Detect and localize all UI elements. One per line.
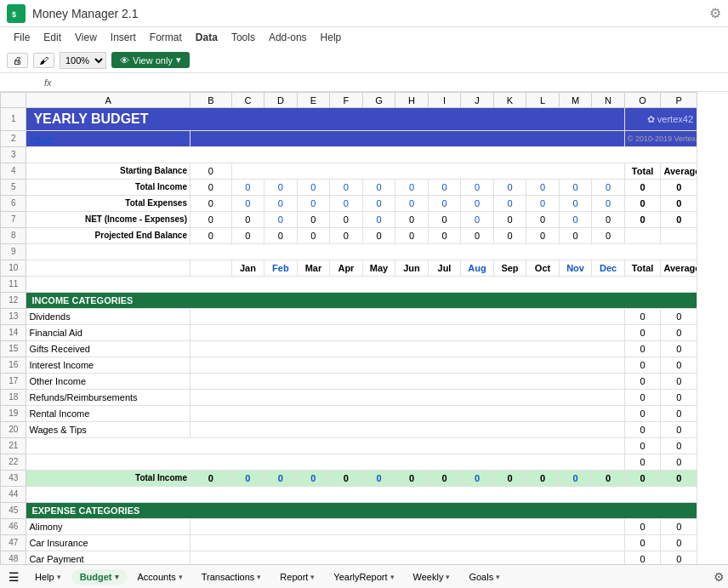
- toolbar: 🖨 🖌 100% 👁 View only ▾: [0, 48, 728, 73]
- chevron-down-icon: ▾: [176, 54, 181, 66]
- total-income-label: Total Income: [26, 471, 191, 487]
- starting-balance-label: Starting Balance: [26, 163, 191, 180]
- tab-yearlyreport-arrow: ▾: [390, 573, 395, 581]
- income-row-interest: 16 Interest Income 0 0: [1, 357, 697, 374]
- tab-help-arrow: ▾: [57, 573, 61, 581]
- tab-budget-arrow: ▾: [115, 573, 119, 581]
- tab-report-label: Report: [280, 572, 308, 582]
- help-row: 2 HELP © 2010-2019 Vertex42 LLC: [1, 131, 697, 147]
- row-21: 21 0 0: [1, 438, 697, 454]
- menu-format[interactable]: Format: [143, 30, 189, 45]
- row-44: 44: [1, 487, 697, 503]
- yearly-budget-row: 1 YEARLY BUDGET ✿ vertex42: [1, 108, 697, 131]
- yearly-budget-title: YEARLY BUDGET: [26, 108, 624, 131]
- income-row-rental: 19 Rental Income 0 0: [1, 406, 697, 422]
- menu-file[interactable]: File: [7, 30, 37, 45]
- tab-goals[interactable]: Goals ▾: [460, 569, 509, 585]
- expense-row-car-insurance: 47 Car Insurance 0 0: [1, 535, 697, 551]
- income-row-gifts: 15 Gifts Received 0 0: [1, 341, 697, 357]
- row-11: 11: [1, 277, 697, 293]
- income-row-financial-aid: 14 Financial Aid 0 0: [1, 325, 697, 341]
- income-row-refunds: 18 Refunds/Reimbursements 0 0: [1, 390, 697, 406]
- print-button[interactable]: 🖨: [7, 53, 28, 68]
- spreadsheet-grid: A B C D E F G H I J K L M N O: [0, 92, 697, 564]
- month-header-row: 10 Jan Feb Mar Apr May Jun Jul Aug Sep O…: [1, 260, 697, 277]
- income-row-wages: 20 Wages & Tips 0 0: [1, 422, 697, 438]
- net-row: 7 NET (Income - Expenses) 0 0 0 0 0 0 0 …: [1, 212, 697, 228]
- app-icon: $: [7, 4, 26, 23]
- hamburger-menu[interactable]: ☰: [3, 568, 25, 586]
- expense-categories-header: 45 EXPENSE CATEGORIES: [1, 503, 697, 519]
- total-expenses-row: 6 Total Expenses 0 0 0 0 0 0 0 0 0 0 0 0: [1, 196, 697, 212]
- expense-row-alimony: 46 Alimony 0 0: [1, 519, 697, 535]
- tab-report-arrow: ▾: [310, 573, 315, 581]
- tab-transactions-label: Transactions: [202, 572, 255, 582]
- formula-input[interactable]: [55, 77, 721, 88]
- expense-row-car-payment: 48 Car Payment 0 0: [1, 551, 697, 565]
- tab-yearlyreport[interactable]: YearlyReport ▾: [325, 569, 402, 585]
- income-row-other: 17 Other Income 0 0: [1, 374, 697, 390]
- help-link[interactable]: HELP: [30, 134, 54, 144]
- tab-budget[interactable]: Budget ▾: [71, 569, 128, 585]
- tab-weekly-label: Weekly: [413, 572, 444, 582]
- tab-accounts-label: Accounts: [138, 572, 176, 582]
- tab-goals-arrow: ▾: [496, 573, 500, 581]
- starting-balance-value[interactable]: 0: [190, 163, 231, 180]
- menu-bar: File Edit View Insert Format Data Tools …: [0, 27, 728, 48]
- row-3: 3: [1, 147, 697, 163]
- tab-yearlyreport-label: YearlyReport: [333, 572, 387, 582]
- menu-help[interactable]: Help: [314, 30, 349, 45]
- tab-accounts[interactable]: Accounts ▾: [129, 569, 191, 585]
- total-income-summary-label: Total Income: [26, 180, 191, 196]
- bottom-tab-bar: ☰ Help ▾ Budget ▾ Accounts ▾ Transaction…: [0, 564, 728, 588]
- total-income-summary-row: 5 Total Income 0 0 0 0 0 0 0 0 0 0 0 0: [1, 180, 697, 196]
- menu-insert[interactable]: Insert: [104, 30, 143, 45]
- starting-balance-row: 4 Starting Balance 0 Total Average: [1, 163, 697, 180]
- tab-report[interactable]: Report ▾: [271, 569, 323, 585]
- income-categories-header: 12 INCOME CATEGORIES: [1, 293, 697, 309]
- menu-addons[interactable]: Add-ons: [262, 30, 314, 45]
- svg-text:$: $: [12, 10, 16, 19]
- settings-icon[interactable]: ⚙: [714, 570, 725, 584]
- tab-weekly[interactable]: Weekly ▾: [405, 569, 459, 585]
- view-only-button[interactable]: 👁 View only ▾: [111, 52, 190, 68]
- tab-accounts-arrow: ▾: [179, 573, 183, 581]
- tab-budget-label: Budget: [80, 572, 112, 582]
- projected-end-row: 8 Projected End Balance 0 0 0 0 0 0 0 0 …: [1, 228, 697, 244]
- tab-transactions[interactable]: Transactions ▾: [193, 569, 270, 585]
- total-income-row: 43 Total Income 0 0 0 0 0 0 0 0 0 0 0 0: [1, 471, 697, 487]
- copyright: © 2010-2019 Vertex42 LLC: [624, 131, 697, 147]
- vertex-logo: ✿ vertex42: [624, 108, 697, 131]
- income-row-dividends: 13 Dividends 0 0: [1, 309, 697, 325]
- eye-icon: 👁: [120, 55, 129, 66]
- menu-data[interactable]: Data: [189, 30, 225, 45]
- app-title: Money Manager 2.1: [32, 7, 139, 20]
- notification-icon: ⚙: [709, 5, 721, 21]
- zoom-select[interactable]: 100%: [60, 52, 106, 69]
- total-header-label: Total: [624, 163, 661, 180]
- net-label: NET (Income - Expenses): [26, 212, 191, 228]
- paint-format-button[interactable]: 🖌: [33, 53, 54, 68]
- row-9: 9: [1, 244, 697, 260]
- projected-end-label: Projected End Balance: [26, 228, 191, 244]
- tab-goals-label: Goals: [469, 572, 493, 582]
- tab-help[interactable]: Help ▾: [26, 569, 70, 585]
- fx-label: fx: [44, 77, 52, 88]
- tab-transactions-arrow: ▾: [257, 573, 261, 581]
- tab-weekly-arrow: ▾: [446, 573, 450, 581]
- formula-bar: fx: [0, 73, 728, 92]
- menu-edit[interactable]: Edit: [37, 30, 68, 45]
- title-bar: $ Money Manager 2.1 ⚙: [0, 0, 728, 27]
- tab-help-label: Help: [35, 572, 54, 582]
- menu-view[interactable]: View: [68, 30, 104, 45]
- col-header-row: A B C D E F G H I J K L M N O: [1, 93, 697, 108]
- total-expenses-label: Total Expenses: [26, 196, 191, 212]
- menu-tools[interactable]: Tools: [225, 30, 262, 45]
- average-header-label: Average: [661, 163, 697, 180]
- row-22: 22 0 0: [1, 454, 697, 471]
